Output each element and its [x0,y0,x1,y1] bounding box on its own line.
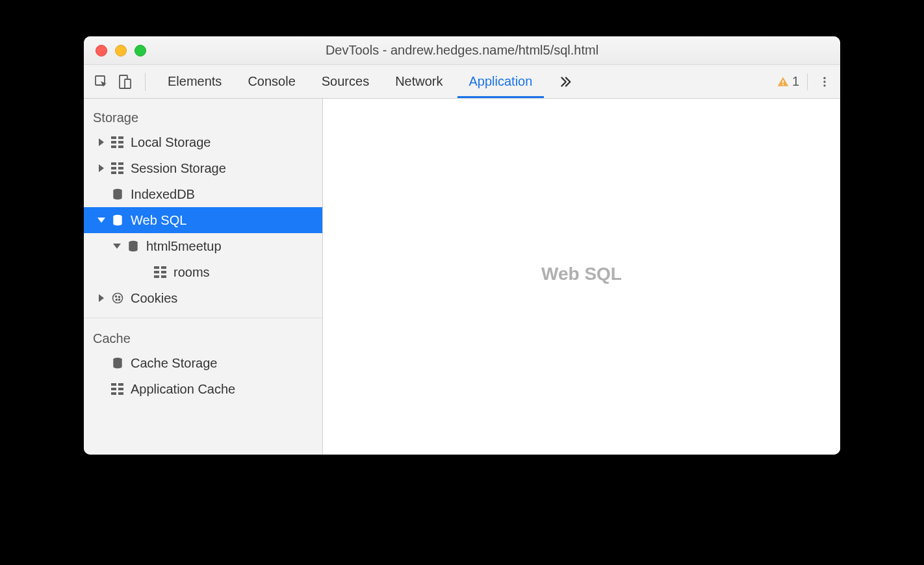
main-content: Web SQL [323,99,840,455]
tab-elements[interactable]: Elements [156,65,233,98]
tab-application[interactable]: Application [457,65,545,98]
traffic-lights [96,45,146,56]
svg-point-7 [823,84,825,86]
panel-tabs: Elements Console Sources Network Applica… [156,65,584,98]
svg-point-6 [823,81,825,82]
svg-rect-28 [161,275,166,278]
svg-rect-19 [118,171,123,174]
expand-arrow-icon [97,138,106,147]
sidebar-item-indexeddb[interactable]: IndexedDB [84,181,322,207]
minimize-window-button[interactable] [115,45,127,56]
tree-label: Application Cache [131,382,235,397]
svg-rect-38 [118,388,123,390]
tree-label: Cookies [131,291,177,306]
svg-rect-8 [111,136,116,139]
svg-rect-40 [118,392,123,395]
svg-rect-13 [118,145,123,148]
tab-console[interactable]: Console [236,65,307,98]
tree-label: Local Storage [131,135,211,150]
tree-label: IndexedDB [131,187,195,202]
svg-rect-17 [118,167,123,170]
database-icon [110,188,125,201]
chevron-double-right-icon [558,75,572,89]
svg-point-32 [116,299,117,301]
sidebar-item-application-cache[interactable]: Application Cache [84,376,322,402]
kebab-icon [818,75,831,88]
sidebar-item-cookies[interactable]: Cookies [84,285,322,311]
svg-rect-14 [111,162,116,165]
svg-rect-39 [111,392,116,395]
tab-overflow[interactable] [546,65,584,98]
svg-rect-24 [161,266,166,269]
svg-rect-9 [118,136,123,139]
sidebar-item-local-storage[interactable]: Local Storage [84,129,322,155]
svg-rect-35 [111,383,116,386]
table-grid-icon [153,266,168,278]
svg-rect-2 [125,79,131,88]
tree-label: Cache Storage [131,356,217,371]
svg-rect-26 [161,271,166,273]
database-icon [110,214,125,227]
collapse-arrow-icon [112,242,122,251]
application-sidebar: Storage Local Storage Session Storage [84,99,323,455]
maximize-window-button[interactable] [135,45,146,56]
storage-grid-icon [110,162,125,174]
panel-body: Storage Local Storage Session Storage [84,99,840,455]
svg-rect-16 [111,167,116,170]
tab-network[interactable]: Network [383,65,454,98]
device-toggle-icon[interactable] [115,72,135,92]
warning-count: 1 [792,74,799,89]
tree-label: Session Storage [131,161,226,176]
section-divider [84,318,322,318]
toolbar-right: 1 [776,73,834,91]
svg-rect-10 [111,141,116,144]
toolbar-divider [807,73,808,90]
expand-arrow-icon [97,164,106,173]
tree-label: rooms [173,265,210,280]
sidebar-item-web-sql-database[interactable]: html5meetup [84,233,322,259]
inspect-element-icon[interactable] [92,72,111,92]
svg-point-30 [116,296,117,297]
svg-rect-12 [111,145,116,148]
svg-rect-18 [111,171,116,174]
toolbar: Elements Console Sources Network Applica… [84,65,840,99]
section-header-storage: Storage [84,104,322,129]
warning-icon [776,75,789,88]
main-placeholder-label: Web SQL [541,264,622,284]
svg-rect-25 [154,271,159,273]
close-window-button[interactable] [96,45,107,56]
tab-label: Console [248,74,295,89]
svg-point-31 [119,296,120,297]
svg-rect-11 [118,141,123,144]
settings-menu-button[interactable] [815,73,834,91]
tree-label: html5meetup [146,239,222,254]
storage-grid-icon [110,383,125,395]
sidebar-item-web-sql[interactable]: Web SQL [84,207,322,233]
svg-rect-4 [782,84,784,85]
tab-label: Sources [322,74,369,89]
sidebar-item-cache-storage[interactable]: Cache Storage [84,350,322,376]
collapse-arrow-icon [97,216,106,225]
sidebar-item-session-storage[interactable]: Session Storage [84,155,322,181]
sidebar-item-web-sql-table[interactable]: rooms [84,259,322,285]
svg-rect-27 [154,275,159,278]
window-title: DevTools - andrew.hedges.name/html5/sql.… [84,43,840,58]
devtools-window: DevTools - andrew.hedges.name/html5/sql.… [84,36,840,455]
svg-rect-37 [111,388,116,390]
tree-label: Web SQL [131,213,186,228]
database-icon [125,240,141,253]
svg-point-33 [119,299,120,301]
cookie-icon [110,292,125,305]
svg-point-29 [113,294,123,303]
titlebar: DevTools - andrew.hedges.name/html5/sql.… [84,36,840,65]
database-icon [110,357,125,370]
tab-label: Network [395,74,443,89]
storage-grid-icon [110,136,125,148]
tab-label: Elements [168,74,222,89]
warnings-indicator[interactable]: 1 [776,74,799,89]
svg-rect-36 [118,383,123,386]
svg-point-5 [823,77,825,79]
svg-rect-23 [154,266,159,269]
tab-sources[interactable]: Sources [310,65,381,98]
svg-rect-3 [782,80,784,82]
